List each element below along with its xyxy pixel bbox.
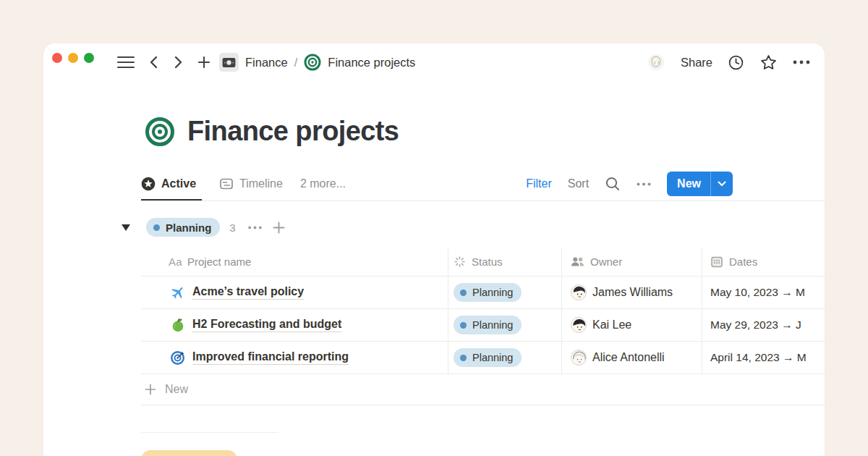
minimize-button[interactable] <box>68 53 78 63</box>
header-status[interactable]: Status <box>448 248 562 276</box>
people-icon <box>571 256 584 268</box>
group-more-icon[interactable] <box>248 226 262 229</box>
cell-dates[interactable]: May 10, 2023 → M <box>702 276 825 308</box>
filter-button[interactable]: Filter <box>526 177 552 190</box>
view-more-icon[interactable] <box>637 182 651 186</box>
collapse-triangle-icon[interactable] <box>122 224 130 231</box>
cell-dates[interactable]: May 29, 2023 → J <box>702 309 825 341</box>
share-button[interactable]: Share <box>681 56 712 69</box>
cell-owner[interactable]: James Williams <box>562 276 702 308</box>
page-header: Finance projects <box>145 116 399 147</box>
more-options-icon[interactable] <box>793 60 810 64</box>
traffic-lights <box>52 53 94 63</box>
project-name[interactable]: Acme’s travel policy <box>192 285 304 300</box>
tab-timeline-label: Timeline <box>239 177 283 190</box>
views-bar: Active Timeline 2 more... Filter Sort <box>141 167 825 201</box>
header-label: Project name <box>187 256 251 268</box>
breadcrumb-separator: / <box>294 56 298 69</box>
page-title[interactable]: Finance projects <box>187 116 399 147</box>
text-aa-icon: Aa <box>169 256 182 268</box>
forward-icon[interactable] <box>173 55 184 69</box>
breadcrumb: Finance / Finance projects <box>219 43 415 81</box>
timeline-icon <box>219 177 234 191</box>
cell-owner[interactable]: Alice Antonelli <box>562 342 702 373</box>
table-row: H2 Forecasting and budget Planning Kai L… <box>141 309 825 342</box>
cell-project-name[interactable]: Acme’s travel policy <box>141 276 448 308</box>
clock-icon[interactable] <box>728 54 744 71</box>
dates-value: May 29, 2023 → J <box>710 318 801 332</box>
bullseye-icon <box>304 54 321 71</box>
status-spinner-icon <box>454 256 466 268</box>
add-row-button[interactable]: New <box>141 374 825 405</box>
window-toolbar: Finance / Finance projects Share <box>43 43 825 81</box>
plus-icon <box>145 384 156 395</box>
cell-status[interactable]: Planning <box>448 309 562 341</box>
cell-dates[interactable]: April 14, 2023 → M <box>702 342 825 373</box>
favorite-star-icon[interactable] <box>760 54 778 72</box>
cell-project-name[interactable]: Improved financial reporting <box>141 342 448 373</box>
projects-table: Aa Project name Status <box>141 248 825 405</box>
cell-project-name[interactable]: H2 Forecasting and budget <box>141 309 448 341</box>
nav-controls <box>117 43 210 81</box>
group-add-icon[interactable] <box>273 221 285 234</box>
back-icon[interactable] <box>148 55 159 69</box>
status-dot <box>460 290 467 296</box>
dates-value: May 10, 2023 → M <box>710 286 805 299</box>
status-dot <box>153 224 160 231</box>
status-label: Planning <box>472 287 513 298</box>
view-controls: Filter Sort New <box>526 167 733 200</box>
header-label: Dates <box>729 256 757 268</box>
group-header-planning: Planning 3 <box>122 217 285 237</box>
breadcrumb-page[interactable]: Finance projects <box>328 56 415 69</box>
header-owner[interactable]: Owner <box>562 248 702 276</box>
blue-target-icon <box>170 350 186 366</box>
group-status-pill[interactable]: Planning <box>146 218 220 237</box>
header-dates[interactable]: Dates <box>702 248 825 276</box>
owner-avatar <box>571 317 587 333</box>
section-divider <box>141 432 278 433</box>
next-group-pill[interactable] <box>141 450 237 456</box>
close-button[interactable] <box>52 53 62 63</box>
cell-owner[interactable]: Kai Lee <box>562 309 702 341</box>
new-button-label: New <box>667 177 710 190</box>
project-name[interactable]: H2 Forecasting and budget <box>192 318 341 332</box>
zoom-button[interactable] <box>84 53 94 63</box>
table-row: Acme’s travel policy Planning James Will… <box>141 276 825 309</box>
header-project-name[interactable]: Aa Project name <box>141 248 448 276</box>
owner-name: James Williams <box>592 286 673 299</box>
owner-name: Alice Antonelli <box>592 351 665 364</box>
sort-button[interactable]: Sort <box>568 177 589 190</box>
owner-avatar <box>571 350 587 366</box>
cell-status[interactable]: Planning <box>448 276 562 308</box>
star-circle-icon <box>141 177 156 191</box>
search-icon[interactable] <box>605 176 621 192</box>
tab-active[interactable]: Active <box>141 167 202 200</box>
chevron-down-icon[interactable] <box>711 181 733 187</box>
dates-value: April 14, 2023 → M <box>710 351 807 364</box>
banknote-icon[interactable] <box>219 53 239 72</box>
header-label: Owner <box>590 256 622 268</box>
toolbar-right: Share <box>647 43 810 81</box>
status-dot <box>460 322 467 329</box>
status-label: Planning <box>472 319 513 331</box>
view-tabs: Active Timeline 2 more... <box>141 167 346 200</box>
more-views[interactable]: 2 more... <box>300 177 346 190</box>
project-name[interactable]: Improved financial reporting <box>192 350 349 365</box>
status-dot <box>460 355 467 361</box>
airplane-icon <box>170 284 186 300</box>
new-button[interactable]: New <box>667 172 733 196</box>
sidebar-menu-icon[interactable] <box>117 56 135 69</box>
breadcrumb-workspace[interactable]: Finance <box>245 56 288 69</box>
add-row-label: New <box>165 383 188 396</box>
status-label: Planning <box>472 352 513 363</box>
header-label: Status <box>472 256 503 268</box>
tab-active-label: Active <box>161 177 196 190</box>
tab-timeline[interactable]: Timeline <box>219 167 283 200</box>
notion-window: Finance / Finance projects Share <box>43 43 825 456</box>
group-label: Planning <box>166 221 211 234</box>
calendar-icon <box>710 256 723 269</box>
collaborator-avatar[interactable] <box>647 52 665 72</box>
page-bullseye-icon[interactable] <box>145 117 175 147</box>
cell-status[interactable]: Planning <box>448 342 562 373</box>
new-page-plus-icon[interactable] <box>197 56 210 69</box>
